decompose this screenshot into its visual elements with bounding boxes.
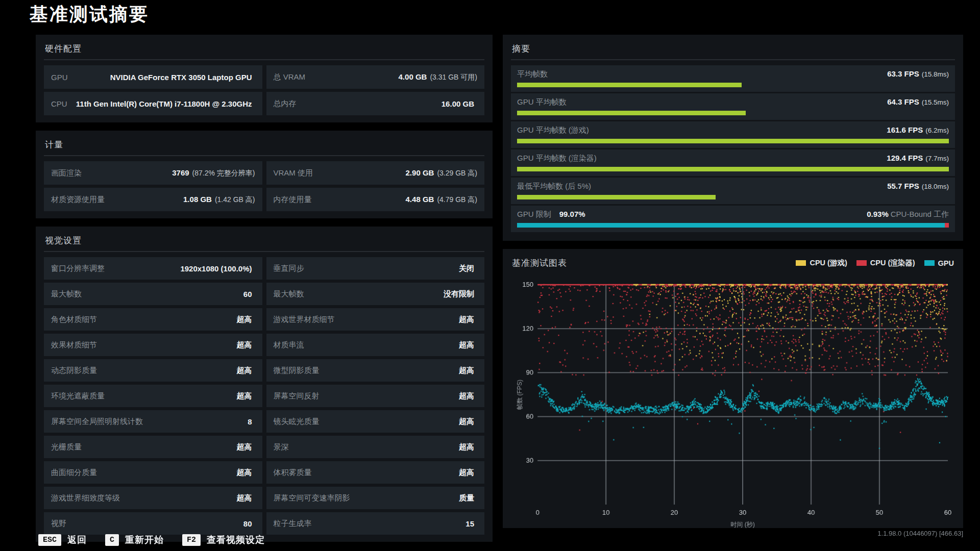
- setting-label: 角色材质细节: [51, 315, 97, 324]
- summary-row-head: GPU 平均帧数 (渲染器) 129.4 FPS(7.7ms): [517, 154, 949, 163]
- metric-row: VRAM 使用 2.90 GB(3.29 GB 高): [266, 161, 485, 185]
- setting-value: 超高: [237, 366, 255, 375]
- keycap[interactable]: F2: [182, 534, 201, 546]
- setting-value-main: 超高: [459, 366, 474, 374]
- footer-shortcut[interactable]: C 重新开始: [105, 534, 164, 546]
- summary-metric-value: 55.7 FPS(18.0ms): [887, 182, 949, 190]
- hardware-value-main: 11th Gen Intel(R) Core(TM) i7-11800H @ 2…: [76, 99, 252, 108]
- setting-row: 动态阴影质量 超高: [44, 359, 262, 382]
- chart-header: 基准测试图表 CPU (游戏) CPU (渲染器): [511, 253, 955, 273]
- setting-value: 关闭: [459, 264, 477, 273]
- setting-value: 超高: [237, 493, 255, 503]
- summary-metric-label: 平均帧数: [517, 69, 548, 79]
- setting-value-main: 超高: [237, 340, 252, 349]
- setting-label: 窗口分辨率调整: [51, 264, 105, 273]
- hardware-value-suffix: (3.31 GB 可用): [430, 73, 477, 81]
- summary-metric-label: GPU 平均帧数 (渲染器): [517, 154, 597, 163]
- setting-row: 体积雾质量 超高: [266, 461, 485, 484]
- cpu-bound-pct: 0.93%: [867, 210, 889, 218]
- summary-bar-track: [517, 83, 949, 87]
- metric-value: 4.48 GB(4.79 GB 高): [406, 195, 477, 205]
- hardware-grid: GPU NVIDIA GeForce RTX 3050 Laptop GPU 总…: [44, 65, 484, 115]
- setting-value: 超高: [459, 417, 477, 427]
- visual-settings-grid: 窗口分辨率调整 980x551 (100.0%) 垂直同步 关闭 最大帧数 …: [44, 257, 484, 535]
- summary-metric-label: 最低平均帧数 (后 5%): [517, 182, 591, 191]
- summary-metric-value: 161.6 FPS(6.2ms): [887, 126, 949, 134]
- keycap-action-label: 返回: [67, 534, 87, 546]
- legend-item: CPU (渲染器): [856, 258, 915, 268]
- keycap[interactable]: C: [105, 534, 119, 546]
- footer-shortcut[interactable]: ESC 返回: [38, 534, 87, 546]
- setting-label: 微型阴影质量: [274, 366, 320, 375]
- metric-label: 画面渲染: [51, 168, 82, 178]
- hardware-value-main: NVIDIA GeForce RTX 3050 Laptop GPU: [110, 73, 252, 82]
- setting-row: 最大帧数 60: [44, 283, 262, 305]
- keycap-action-label: 查看视频设定: [207, 534, 265, 546]
- gpu-bound-bar-gpu-segment: [517, 223, 945, 228]
- hardware-label: CPU: [51, 99, 67, 108]
- setting-row: 屏幕空间反射 超高: [266, 385, 485, 407]
- setting-value-main: 超高: [237, 468, 252, 477]
- keycap[interactable]: ESC: [38, 534, 61, 546]
- setting-value-main: 超高: [459, 391, 474, 400]
- gpu-bound-row: GPU 限制 99.07% 0.93% CPU-Bound 工作: [511, 206, 955, 232]
- setting-value: 超高: [237, 442, 255, 452]
- setting-label: 体积雾质量: [274, 468, 312, 478]
- panel-divider: [44, 155, 484, 156]
- footer-shortcut[interactable]: F2 查看视频设定: [182, 534, 265, 546]
- setting-value: 超高: [237, 391, 255, 401]
- hardware-label: 总内存: [274, 99, 297, 109]
- setting-label: 效果材质细节: [51, 340, 97, 350]
- setting-label: 镜头眩光质量: [274, 417, 320, 427]
- summary-ms-value: (6.2ms): [925, 127, 949, 134]
- visual-settings-panel: 视觉设置 窗口分辨率调整 980x551 (100.0%) 垂直同步 关闭: [36, 227, 493, 542]
- summary-ms-value: (7.7ms): [925, 155, 949, 162]
- setting-value: 15: [465, 519, 477, 528]
- metrics-panel-title: 计量: [44, 135, 484, 155]
- hardware-value: 16.00 GB: [442, 99, 477, 108]
- setting-label: 动态阴影质量: [51, 366, 97, 375]
- setting-value: 没有限制: [444, 289, 477, 299]
- setting-value-main: 超高: [237, 493, 252, 502]
- summary-panel: 摘要 平均帧数 63.3 FPS(15.8ms): [503, 35, 963, 241]
- legend-label: CPU (游戏): [810, 258, 847, 268]
- metric-value-main: 2.90 GB: [406, 168, 434, 177]
- setting-label: 景深: [274, 442, 289, 452]
- summary-metric-value: 64.3 FPS(15.5ms): [887, 97, 949, 106]
- setting-value: 超高: [459, 340, 477, 350]
- setting-value-main: 980x551 (100.0%): [180, 264, 252, 273]
- hardware-panel: 硬件配置 GPU NVIDIA GeForce RTX 3050 Laptop …: [36, 35, 493, 122]
- summary-metric-label: GPU 平均帧数: [517, 97, 567, 107]
- summary-bar-fill: [517, 195, 716, 199]
- summary-bar-track: [517, 139, 949, 143]
- hardware-row: GPU NVIDIA GeForce RTX 3050 Laptop GPU: [44, 65, 262, 89]
- hardware-value-main: 4.00 GB: [399, 72, 427, 81]
- visual-settings-title: 视觉设置: [44, 231, 484, 251]
- summary-bar-fill: [517, 83, 742, 87]
- hardware-value: NVIDIA GeForce RTX 3050 Laptop GPU: [110, 73, 255, 82]
- metrics-grid: 画面渲染 3769(87.2% 完整分辨率) VRAM 使用 2.90 GB(3…: [44, 161, 484, 211]
- metric-value-suffix: (4.79 GB 高): [437, 195, 477, 204]
- summary-ms-value: (15.8ms): [922, 70, 949, 78]
- summary-metric-label: GPU 平均帧数 (游戏): [517, 126, 589, 135]
- metric-value-main: 1.08 GB: [183, 195, 212, 204]
- setting-label: 粒子生成率: [274, 519, 312, 529]
- setting-value: 超高: [459, 366, 477, 375]
- summary-fps-value: 161.6 FPS: [887, 126, 923, 134]
- metric-label: VRAM 使用: [274, 168, 313, 178]
- setting-value: 超高: [237, 315, 255, 324]
- summary-fps-value: 64.3 FPS: [887, 97, 919, 106]
- setting-row: 环境光遮蔽质量 超高: [44, 385, 262, 407]
- gpu-bound-gpu-pct: 99.07%: [559, 210, 585, 218]
- summary-bar-track: [517, 111, 949, 115]
- setting-value-main: 80: [243, 519, 252, 528]
- setting-value: 超高: [459, 468, 477, 478]
- summary-bar-fill: [517, 167, 949, 171]
- gpu-bound-bar-cpu-segment: [945, 223, 949, 228]
- hardware-value-main: 16.00 GB: [442, 99, 474, 108]
- setting-value-main: 超高: [459, 468, 474, 477]
- metric-label: 内存使用量: [274, 195, 312, 205]
- setting-label: 曲面细分质量: [51, 468, 97, 478]
- setting-value-main: 超高: [459, 315, 474, 323]
- metric-value-suffix: (1.42 GB 高): [215, 195, 255, 204]
